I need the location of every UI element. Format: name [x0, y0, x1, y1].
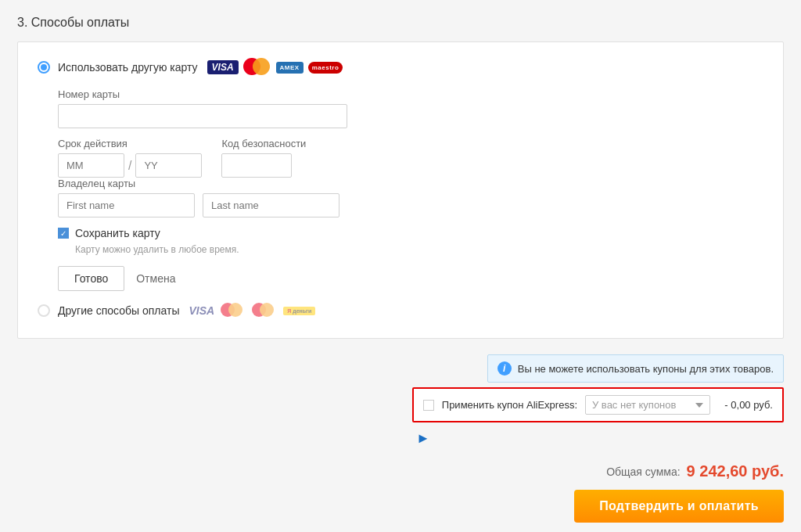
info-icon: i: [497, 361, 512, 376]
card-logos: VISA AMEX maestro: [207, 58, 343, 77]
visa-logo: VISA: [207, 60, 239, 74]
other-payment-logos: VISA Я деньги: [189, 303, 315, 318]
expiry-cvv-row: Срок действия / Код безопасности: [58, 138, 763, 178]
expiry-mm-input[interactable]: [58, 153, 124, 178]
coupon-info-box: i Вы не можете использовать купоны для э…: [487, 354, 784, 383]
other-mc-logo: [221, 303, 246, 318]
save-card-row[interactable]: Сохранить карту: [58, 227, 763, 239]
expiry-group: Срок действия /: [58, 138, 202, 178]
coupon-checkbox[interactable]: [423, 400, 434, 411]
expiry-separator: /: [128, 159, 131, 173]
total-row: Общая сумма: 9 242,60 руб.: [17, 462, 784, 480]
other-visa-logo: VISA: [189, 304, 214, 317]
ready-button[interactable]: Готово: [58, 266, 124, 291]
total-label: Общая сумма:: [606, 466, 680, 478]
maestro-logo: maestro: [308, 62, 343, 74]
use-other-card-label: Использовать другую карту: [58, 61, 198, 74]
coupon-amount: - 0,00 руб.: [718, 399, 773, 411]
coupon-select[interactable]: У вас нет купонов: [585, 395, 710, 415]
expiry-yy-input[interactable]: [135, 153, 202, 178]
cardholder-group: Владелец карты: [58, 178, 763, 217]
card-number-label: Номер карты: [58, 88, 763, 100]
security-code-label: Код безопасности: [221, 138, 306, 149]
section-title: 3. Способы оплаты: [17, 16, 784, 30]
other-payment-label: Другие способы оплаты: [58, 304, 179, 317]
mastercard-logo: [243, 58, 271, 77]
coupon-label: Применить купон AliExpress:: [442, 399, 577, 411]
use-other-card-radio[interactable]: [38, 61, 50, 74]
coupon-row: Применить купон AliExpress: У вас нет ку…: [412, 387, 784, 422]
save-card-note: Карту можно удалить в любое время.: [75, 244, 763, 255]
other-payment-radio[interactable]: [38, 304, 50, 317]
submit-payment-button[interactable]: Подтвердить и оплатить: [574, 490, 784, 523]
expiry-inputs: /: [58, 153, 202, 178]
expiry-label: Срок действия: [58, 138, 202, 149]
form-buttons: Готово Отмена: [58, 266, 763, 291]
security-code-input[interactable]: [221, 153, 292, 178]
first-name-input[interactable]: [58, 193, 195, 217]
amex-logo: AMEX: [276, 62, 304, 74]
cancel-button[interactable]: Отмена: [136, 272, 175, 285]
card-form: Номер карты Срок действия / Код безопасн…: [58, 88, 763, 291]
save-card-label: Сохранить карту: [75, 227, 160, 239]
coupon-info-text: Вы не можете использовать купоны для эти…: [518, 363, 774, 375]
card-number-input[interactable]: [58, 104, 347, 128]
last-name-input[interactable]: [203, 193, 339, 217]
other-mc2-logo: [252, 303, 277, 318]
coupon-row-wrapper: Применить купон AliExpress: У вас нет ку…: [412, 387, 784, 422]
other-payment-option[interactable]: Другие способы оплаты VISA Я деньги: [38, 303, 763, 318]
bottom-section: i Вы не можете использовать купоны для э…: [17, 354, 784, 523]
payment-card-section: Использовать другую карту VISA AMEX maes…: [17, 41, 784, 339]
total-amount: 9 242,60 руб.: [687, 462, 784, 480]
card-number-group: Номер карты: [58, 88, 763, 128]
save-card-checkbox[interactable]: [58, 228, 69, 239]
security-code-group: Код безопасности: [221, 138, 306, 178]
yandex-money-logo: Я деньги: [283, 307, 315, 315]
cursor-arrow-icon: ►: [416, 430, 430, 447]
use-other-card-option[interactable]: Использовать другую карту VISA AMEX maes…: [38, 58, 763, 77]
cardholder-label: Владелец карты: [58, 178, 763, 189]
cardholder-row: [58, 193, 763, 217]
